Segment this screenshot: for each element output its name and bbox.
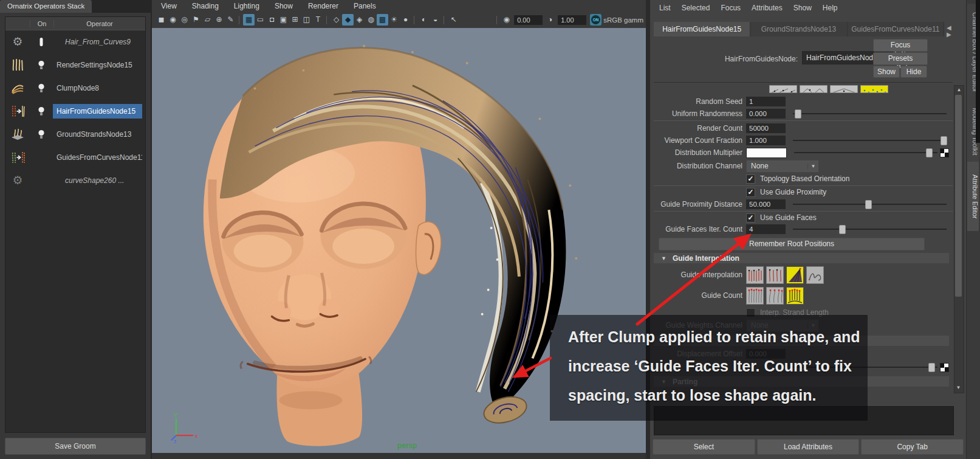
operator-row-ground-strands[interactable]: GroundStrandsNode13 [5,123,145,146]
distribution-option-1[interactable] [769,85,797,93]
lighting-icon[interactable]: ☀ [388,14,400,26]
operator-name[interactable]: Hair_From_Curves9 [53,35,142,49]
guide-count-option-1[interactable] [746,287,764,305]
safe-title-icon[interactable]: T [312,14,324,26]
hide-button[interactable]: Hide [900,66,927,78]
menu-show[interactable]: Show [275,2,293,10]
show-button[interactable]: Show [873,66,900,78]
safe-action-icon[interactable]: ◫ [301,14,312,26]
flat-shade-icon[interactable]: ◈ [354,14,365,26]
guide-faces-iter-count-slider[interactable] [793,224,947,234]
guide-interpolation-section-header[interactable]: ▼ Guide Interpolation [654,253,949,263]
menu-shading[interactable]: Shading [192,2,219,10]
occlusion-icon[interactable]: ◐ [418,14,430,26]
gate-mask-icon[interactable]: ▣ [278,14,289,26]
menu-renderer[interactable]: Renderer [308,2,338,10]
viewport-count-fraction-field[interactable]: 1.000 [746,136,786,145]
camera-icon[interactable]: ◼ [156,14,167,26]
operator-row-curve-shape[interactable]: ⚙ curveShape260 ... [5,169,145,192]
textured-icon[interactable]: ◍ [365,14,377,26]
image-plane-icon[interactable]: ▱ [202,14,213,26]
guide-count-option-2[interactable] [766,287,784,305]
contrast-field[interactable]: 1.00 [558,15,586,25]
menu-selected[interactable]: Selected [682,4,710,12]
bulb-icon[interactable] [30,129,53,139]
wireframe-icon[interactable]: ◇ [331,14,342,26]
grid-icon[interactable]: ▦ [243,14,255,26]
menu-list[interactable]: List [659,4,671,12]
guide-interpolation-option-1[interactable] [746,266,764,284]
exposure-icon[interactable]: ◉ [501,14,512,26]
use-guide-proximity-checkbox[interactable]: ✓ [746,188,755,197]
attribute-scrollbar[interactable]: ▲ ▼ [954,85,964,393]
distribution-option-4-selected[interactable] [860,85,888,93]
guide-faces-iter-count-field[interactable]: 4 [746,224,786,234]
load-attributes-button[interactable]: Load Attributes [757,439,860,455]
guide-interpolation-option-4[interactable] [806,266,824,284]
save-groom-button[interactable]: Save Groom [5,438,146,455]
sidebar-tab-attribute-editor[interactable]: Attribute Editor [967,162,979,231]
render-count-field[interactable]: 50000 [746,123,786,133]
menu-panels[interactable]: Panels [354,2,376,10]
texture-map-icon[interactable] [940,148,949,157]
select-button[interactable]: Select [653,439,755,455]
operator-name-selected[interactable]: HairFromGuidesNode15 [53,104,142,119]
distribution-option-2[interactable] [800,85,828,93]
tab-hair-from-guides[interactable]: HairFromGuidesNode15 [654,22,750,36]
texture-map-icon[interactable] [940,363,949,372]
distribution-multiplier-swatch[interactable] [746,148,787,158]
uniform-randomness-field[interactable]: 0.000 [746,109,786,119]
isolate-select-icon[interactable]: ↖ [448,14,459,26]
bulb-icon[interactable] [30,106,53,116]
use-all-lights-icon[interactable]: ▩ [377,14,388,26]
scrollbar-thumb[interactable] [955,95,962,297]
pan-zoom-icon[interactable]: ⊕ [213,14,225,26]
remember-root-positions-button[interactable]: Remember Root Positions [659,238,925,250]
scroll-up-icon[interactable]: ▲ [954,86,964,94]
scroll-down-icon[interactable]: ▼ [954,384,962,392]
camera-attributes-icon[interactable]: ◎ [179,14,190,26]
bookmark-icon[interactable]: ⚑ [190,14,202,26]
copy-tab-button[interactable]: Copy Tab [861,439,964,455]
bulb-icon[interactable] [30,60,53,70]
operator-row-guides-from-curves[interactable]: GuidesFromCurvesNode11 [5,146,145,169]
shadows-icon[interactable]: ● [400,14,411,26]
operator-row-hair-from-guides[interactable]: HairFromGuidesNode15 [5,100,145,123]
presets-button[interactable]: Presets [873,52,928,65]
menu-view[interactable]: View [161,2,177,10]
bulb-icon[interactable] [30,83,53,93]
menu-show[interactable]: Show [793,4,812,12]
tab-guides-from-curves[interactable]: GuidesFromCurvesNode11 [848,22,944,36]
uniform-randomness-slider[interactable] [793,109,947,119]
guide-interpolation-option-3-selected[interactable] [786,266,804,284]
menu-focus[interactable]: Focus [721,4,741,12]
use-guide-faces-checkbox[interactable]: ✓ [746,213,755,223]
operator-name[interactable]: GuidesFromCurvesNode11 [53,150,142,165]
motion-blur-icon[interactable]: ◒ [430,14,441,26]
random-seed-field[interactable]: 1 [746,97,786,106]
contrast-icon[interactable]: ◑ [544,14,556,26]
distribution-multiplier-slider[interactable] [794,148,937,157]
topology-based-orientation-checkbox[interactable]: ✓ [746,174,755,184]
resolution-gate-icon[interactable]: ◘ [266,14,278,26]
operator-row-clump[interactable]: ClumpNode8 [5,77,145,100]
operator-name[interactable]: GroundStrandsNode13 [53,127,142,142]
operator-name[interactable]: ClumpNode8 [53,81,142,95]
menu-help[interactable]: Help [823,4,838,12]
operator-row-hair-from-curves[interactable]: ⚙ Hair_From_Curves9 [5,30,145,53]
gamma-on-toggle[interactable]: ON [590,14,601,26]
distribution-option-3[interactable] [830,85,858,93]
operator-name[interactable]: curveShape260 ... [53,173,142,188]
exposure-field[interactable]: 0.00 [514,15,543,25]
guide-count-option-3-selected[interactable] [786,287,804,305]
film-gate-icon[interactable]: ▭ [255,14,266,26]
focus-button[interactable]: Focus [873,39,928,52]
distribution-channel-dropdown[interactable]: None ▼ [746,160,819,173]
menu-attributes[interactable]: Attributes [752,4,783,12]
menu-lighting[interactable]: Lighting [234,2,259,10]
guide-interpolation-option-2[interactable] [766,266,784,284]
smooth-shade-icon[interactable]: ◆ [342,14,354,26]
viewport-count-fraction-slider[interactable] [793,136,947,145]
operator-name[interactable]: RenderSettingsNode15 [53,58,142,72]
operator-row-render-settings[interactable]: RenderSettingsNode15 [5,53,145,77]
